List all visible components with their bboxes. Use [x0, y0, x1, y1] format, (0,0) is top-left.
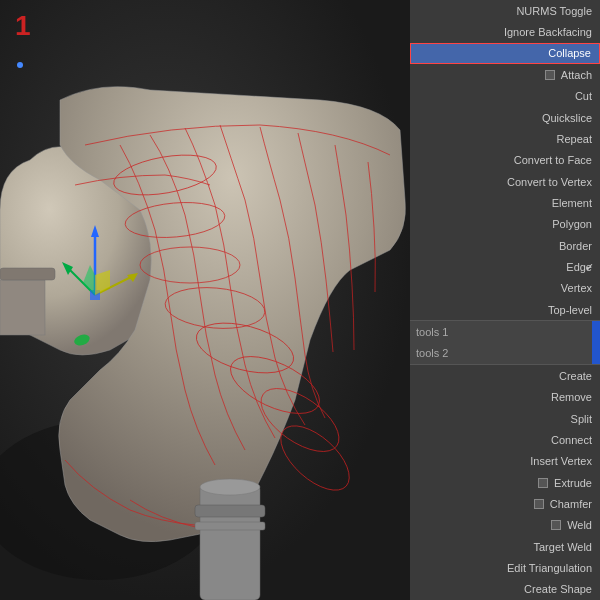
create-shape-item[interactable]: Create Shape — [410, 579, 600, 600]
svg-rect-15 — [0, 280, 45, 335]
quickslice-label: Quickslice — [542, 112, 592, 124]
weld-checkbox[interactable] — [551, 520, 561, 530]
attach-label: Attach — [561, 69, 592, 81]
remove-item[interactable]: Remove — [410, 386, 600, 407]
tools1-label: tools 1 — [410, 321, 592, 342]
connect-item[interactable]: Connect — [410, 429, 600, 450]
chamfer-label: Chamfer — [550, 498, 592, 510]
weld-item[interactable]: Weld — [410, 515, 600, 536]
collapse-label: Collapse — [548, 47, 591, 59]
repeat-label: Repeat — [557, 133, 592, 145]
polygon-label: Polygon — [552, 218, 592, 230]
scene-svg — [0, 0, 410, 600]
svg-rect-16 — [0, 268, 55, 280]
weld-label: Weld — [567, 519, 592, 531]
convert-to-vertex-item[interactable]: Convert to Vertex — [410, 171, 600, 192]
ignore-backfacing-label: Ignore Backfacing — [504, 26, 592, 38]
svg-rect-13 — [195, 505, 265, 517]
border-item[interactable]: Border — [410, 235, 600, 256]
svg-point-2 — [17, 62, 23, 68]
top-level-item[interactable]: Top-level — [410, 299, 600, 320]
element-label: Element — [552, 197, 592, 209]
create-shape-label: Create Shape — [524, 583, 592, 595]
target-weld-label: Target Weld — [534, 541, 593, 553]
remove-label: Remove — [551, 391, 592, 403]
extrude-label: Extrude — [554, 477, 592, 489]
convert-to-face-label: Convert to Face — [514, 154, 592, 166]
svg-rect-14 — [195, 522, 265, 530]
attach-item[interactable]: Attach — [410, 64, 600, 85]
split-item[interactable]: Split — [410, 408, 600, 429]
extrude-item[interactable]: Extrude — [410, 472, 600, 493]
element-item[interactable]: Element — [410, 192, 600, 213]
svg-point-12 — [200, 479, 260, 495]
svg-rect-11 — [200, 485, 260, 600]
nurms-toggle-label: NURMS Toggle — [516, 5, 592, 17]
create-item[interactable]: Create — [410, 365, 600, 386]
split-label: Split — [571, 413, 592, 425]
attach-checkbox[interactable] — [545, 70, 555, 80]
viewport-label: 1 — [15, 10, 31, 42]
vertex-item[interactable]: Vertex — [410, 278, 600, 299]
repeat-item[interactable]: Repeat — [410, 128, 600, 149]
border-label: Border — [559, 240, 592, 252]
cut-label: Cut — [575, 90, 592, 102]
vertex-label: Vertex — [561, 282, 592, 294]
connect-label: Connect — [551, 434, 592, 446]
viewport-3d: 1 — [0, 0, 410, 600]
tools1-row: tools 1 — [410, 321, 600, 342]
edit-triangulation-label: Edit Triangulation — [507, 562, 592, 574]
cut-item[interactable]: Cut — [410, 86, 600, 107]
top-level-label: Top-level — [548, 304, 592, 316]
edit-triangulation-item[interactable]: Edit Triangulation — [410, 557, 600, 578]
convert-to-vertex-label: Convert to Vertex — [507, 176, 592, 188]
tools2-row: tools 2 — [410, 343, 600, 364]
target-weld-item[interactable]: Target Weld — [410, 536, 600, 557]
edge-checkmark: ✓ — [585, 261, 594, 274]
insert-vertex-item[interactable]: Insert Vertex — [410, 451, 600, 472]
main-container: 1 — [0, 0, 600, 600]
nurms-toggle-item[interactable]: NURMS Toggle — [410, 0, 600, 21]
extrude-checkbox[interactable] — [538, 478, 548, 488]
ignore-backfacing-item[interactable]: Ignore Backfacing — [410, 21, 600, 42]
convert-to-face-item[interactable]: Convert to Face — [410, 150, 600, 171]
polygon-item[interactable]: Polygon — [410, 214, 600, 235]
quickslice-item[interactable]: Quickslice — [410, 107, 600, 128]
chamfer-item[interactable]: Chamfer — [410, 493, 600, 514]
right-panel: NURMS Toggle Ignore Backfacing Collapse … — [410, 0, 600, 600]
tools2-label: tools 2 — [410, 343, 592, 364]
chamfer-checkbox[interactable] — [534, 499, 544, 509]
insert-vertex-label: Insert Vertex — [530, 455, 592, 467]
tools1-bar — [592, 321, 600, 342]
edge-item[interactable]: Edge ✓ — [410, 256, 600, 277]
collapse-item[interactable]: Collapse — [410, 43, 600, 64]
tools2-bar — [592, 343, 600, 364]
create-label: Create — [559, 370, 592, 382]
